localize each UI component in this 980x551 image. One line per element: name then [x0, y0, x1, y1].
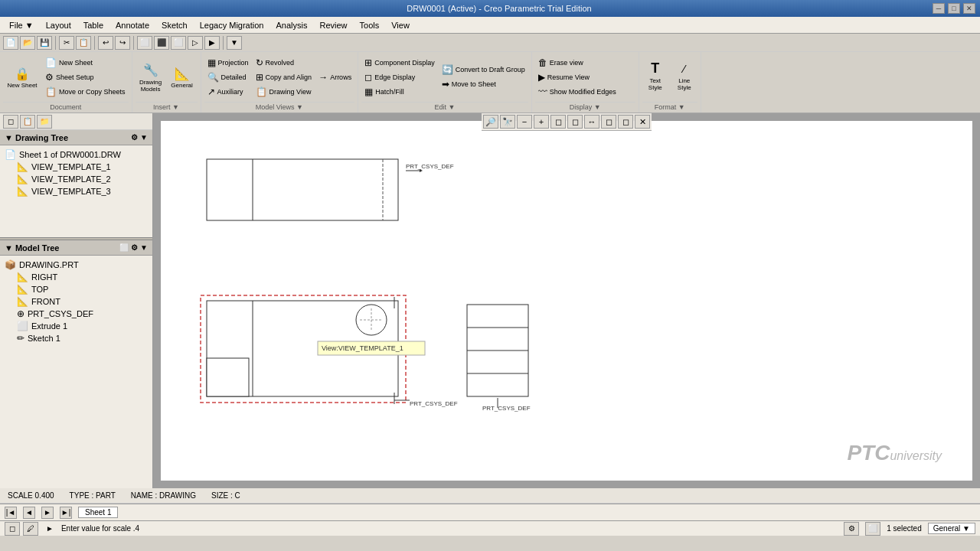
model-drawing-prt[interactable]: 📦 DRAWING.PRT — [2, 259, 151, 271]
sep4 — [223, 36, 224, 50]
canvas-area[interactable]: 🔎 🔭 − + ◻ ◻ ↔ ◻ ◻ ✕ — [153, 113, 980, 488]
menu-file[interactable]: File ▼ — [3, 17, 40, 33]
lt-icon2[interactable]: 📋 — [20, 115, 35, 129]
menu-tools[interactable]: Tools — [354, 17, 386, 33]
convert-draft-button[interactable]: 🔄 Convert to Draft Group — [439, 63, 528, 77]
last-sheet-button[interactable]: ►| — [60, 507, 72, 519]
close-button[interactable]: ✕ — [963, 3, 975, 14]
move-to-sheet-button[interactable]: ➡ Move to Sheet — [439, 77, 528, 91]
edit-buttons: ⊞ Component Display ◻ Edge Display ▦ Hat… — [361, 54, 528, 100]
close-view-btn[interactable]: ✕ — [635, 115, 650, 129]
menu-sketch[interactable]: Sketch — [155, 17, 194, 33]
tb-save[interactable]: 💾 — [37, 36, 52, 50]
view-template-2[interactable]: 📐 VIEW_TEMPLATE_2 — [14, 173, 151, 185]
tb-box4[interactable]: ▷ — [188, 36, 203, 50]
zoom-plus-button[interactable]: + — [534, 115, 549, 129]
mt-filter-icon[interactable]: ⬜ — [119, 243, 129, 252]
model-front[interactable]: 📐 FRONT — [14, 295, 151, 308]
zoom-in-button[interactable]: 🔎 — [483, 115, 498, 129]
detailed-icon: 🔍 — [207, 72, 219, 83]
drawing-models-button[interactable]: 🔧 DrawingModels — [136, 59, 166, 96]
status-icon2[interactable]: 🖊 — [23, 522, 38, 536]
menu-review[interactable]: Review — [313, 17, 353, 33]
menu-layout[interactable]: Layout — [40, 17, 77, 33]
status-bar: ◻ 🖊 ► Enter value for scale .4 ⚙ ⬜ 1 sel… — [0, 520, 980, 536]
menu-legacy[interactable]: Legacy Migration — [194, 17, 270, 33]
copy-align-button[interactable]: ⊞ Copy and Align — [253, 70, 315, 84]
edge-display-button[interactable]: ◻ Edge Display — [361, 70, 438, 84]
sheet-setup-button[interactable]: ⚙ Sheet Setup — [42, 70, 129, 84]
next-sheet-button[interactable]: ► — [41, 507, 54, 519]
lock-view-button[interactable]: 🔒 New Sheet — [3, 62, 41, 92]
line-style-button[interactable]: ⁄ LineStyle — [671, 57, 697, 94]
revolved-button[interactable]: ↻ Revolved — [253, 56, 315, 70]
auxiliary-button[interactable]: ↗ Auxiliary — [204, 85, 252, 99]
prev-sheet-button[interactable]: ◄ — [23, 507, 35, 519]
tb-box3[interactable]: ⬜ — [171, 36, 186, 50]
tb-box1[interactable]: ⬜ — [137, 36, 152, 50]
view-btn3[interactable]: ◻ — [601, 115, 616, 129]
view-btn4[interactable]: ◻ — [618, 115, 633, 129]
first-sheet-button[interactable]: |◄ — [5, 507, 17, 519]
drawing-canvas[interactable]: PRT_CSYS_DEF — [161, 121, 972, 481]
menu-annotate[interactable]: Annotate — [109, 17, 155, 33]
hatch-fill-button[interactable]: ▦ Hatch/Fill — [361, 85, 438, 99]
model-top[interactable]: 📐 TOP — [14, 283, 151, 295]
projection-button[interactable]: ▦ Projection — [204, 56, 252, 70]
dt-settings-icon[interactable]: ⚙ — [131, 133, 138, 142]
tb-cut[interactable]: ✂ — [59, 36, 74, 50]
erase-view-button[interactable]: 🗑 Erase view — [535, 56, 635, 70]
show-modified-button[interactable]: 〰 Show Modified Edges — [535, 85, 635, 99]
lt-icon1[interactable]: ◻ — [3, 115, 18, 129]
mt-expand-icon[interactable]: ▼ — [140, 243, 148, 252]
tb-open[interactable]: 📂 — [20, 36, 35, 50]
mode-dropdown[interactable]: General ▼ — [928, 523, 975, 534]
maximize-button[interactable]: □ — [948, 3, 960, 14]
type-info: TYPE : PART — [70, 491, 116, 500]
view-template-3[interactable]: 📐 VIEW_TEMPLATE_3 — [14, 185, 151, 197]
mt-settings-icon[interactable]: ⚙ — [131, 243, 138, 252]
tb-box2[interactable]: ⬛ — [154, 36, 169, 50]
view-template-1[interactable]: 📐 VIEW_TEMPLATE_1 — [14, 161, 151, 173]
pan-button[interactable]: ↔ — [584, 115, 599, 129]
ribbon-format: T TextStyle ⁄ LineStyle Format ▼ — [639, 52, 701, 112]
dt-expand-icon[interactable]: ▼ — [140, 133, 148, 142]
menu-table[interactable]: Table — [77, 17, 109, 33]
tb-undo[interactable]: ↩ — [98, 36, 113, 50]
csys-icon: ⊕ — [17, 308, 24, 319]
text-style-button[interactable]: T TextStyle — [642, 57, 668, 94]
menu-analysis[interactable]: Analysis — [270, 17, 313, 33]
view-btn2[interactable]: ◻ — [567, 115, 583, 129]
status-message: Enter value for scale .4 — [61, 524, 139, 533]
sheet-indicator[interactable]: Sheet 1 — [78, 507, 118, 518]
menu-view[interactable]: View — [385, 17, 416, 33]
detailed-button[interactable]: 🔍 Detailed — [204, 70, 252, 84]
component-display-button[interactable]: ⊞ Component Display — [361, 56, 438, 70]
tb-copy[interactable]: 📋 — [76, 36, 91, 50]
drawing-models-icon: 🔧 — [142, 61, 160, 80]
resume-view-button[interactable]: ▶ Resume View — [535, 70, 635, 84]
fit-button[interactable]: ◻ — [550, 115, 566, 129]
status-icon1[interactable]: ◻ — [5, 522, 20, 536]
model-right[interactable]: 📐 RIGHT — [14, 271, 151, 283]
tb-new[interactable]: 📄 — [3, 36, 18, 50]
status-right-icon2[interactable]: ⬜ — [865, 522, 880, 536]
minimize-button[interactable]: ─ — [933, 3, 945, 14]
new-sheet-button[interactable]: 📄 New Sheet — [42, 56, 129, 70]
arrows-button[interactable]: → Arrows — [315, 70, 354, 84]
status-right-icon1[interactable]: ⚙ — [844, 522, 859, 536]
drawing-view-button[interactable]: 📋 Drawing View — [253, 85, 315, 99]
tb-extra[interactable]: ▼ — [227, 36, 242, 50]
move-copy-sheets-button[interactable]: 📋 Move or Copy Sheets — [42, 85, 129, 99]
tb-redo[interactable]: ↪ — [115, 36, 130, 50]
model-prt-csys[interactable]: ⊕ PRT_CSYS_DEF — [14, 308, 151, 320]
zoom-minus-button[interactable]: − — [517, 115, 532, 129]
zoom-out-button[interactable]: 🔭 — [500, 115, 515, 129]
model-extrude1[interactable]: ⬜ Extrude 1 — [14, 320, 151, 332]
model-sketch1[interactable]: ✏ Sketch 1 — [14, 332, 151, 344]
general-button[interactable]: 📐 General — [167, 62, 198, 92]
tb-box5[interactable]: ▶ — [204, 36, 220, 50]
vt1-icon: 📐 — [17, 161, 28, 172]
drawing-tree-sheet[interactable]: 📄 Sheet 1 of DRW0001.DRW — [2, 148, 151, 161]
lt-icon3[interactable]: 📁 — [37, 115, 52, 129]
